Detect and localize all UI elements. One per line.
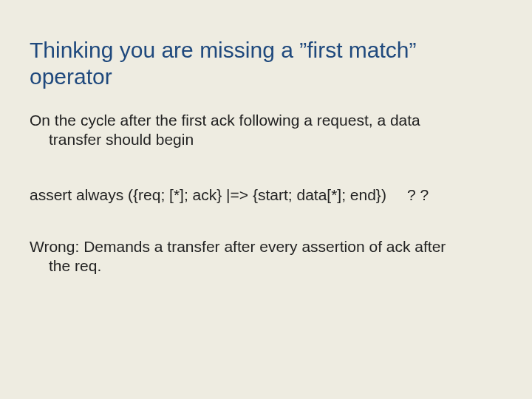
slide-title: Thinking you are missing a ”first match”… xyxy=(30,37,502,90)
slide: Thinking you are missing a ”first match”… xyxy=(0,0,532,399)
description-line1: On the cycle after the first ack followi… xyxy=(30,112,420,129)
description-paragraph: On the cycle after the first ack followi… xyxy=(30,111,502,150)
assertion-code: assert always ({req; [*]; ack} |=> {star… xyxy=(30,185,502,205)
wrong-line1: Wrong: Demands a transfer after every as… xyxy=(30,238,446,255)
wrong-explanation: Wrong: Demands a transfer after every as… xyxy=(30,237,502,276)
assertion-code-main: assert always ({req; [*]; ack} |=> {star… xyxy=(30,186,386,203)
assertion-code-question: ? ? xyxy=(407,186,429,203)
wrong-line2: the req. xyxy=(30,256,502,276)
description-line2: transfer should begin xyxy=(30,130,502,149)
